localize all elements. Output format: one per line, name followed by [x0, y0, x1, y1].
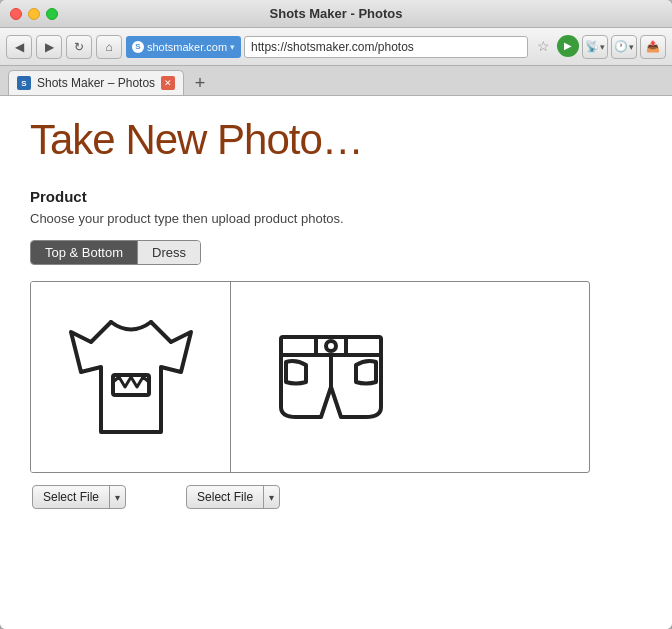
shirt-file-select-label: Select File [33, 486, 110, 508]
clock-icon: 🕐 [614, 40, 628, 53]
nav-right-buttons: ☆ ▶ 📡 ▾ 🕐 ▾ 📤 [532, 35, 666, 59]
forward-button[interactable]: ▶ [36, 35, 62, 59]
rss-dropdown-icon: ▾ [600, 42, 605, 52]
tab-label: Shots Maker – Photos [37, 76, 155, 90]
refresh-button[interactable]: ↻ [66, 35, 92, 59]
maximize-window-button[interactable] [46, 8, 58, 20]
go-button[interactable]: ▶ [557, 35, 579, 57]
clock-button[interactable]: 🕐 ▾ [611, 35, 637, 59]
minimize-window-button[interactable] [28, 8, 40, 20]
shorts-icon [261, 307, 401, 447]
new-tab-button[interactable]: + [188, 71, 212, 95]
site-favicon: S [132, 41, 144, 53]
rss-icon: 📡 [585, 40, 599, 53]
clock-dropdown-icon: ▾ [629, 42, 634, 52]
shirt-file-select-arrow-icon: ▾ [110, 486, 125, 508]
nav-bar: ◀ ▶ ↻ ⌂ S shotsmaker.com ▾ ☆ ▶ 📡 ▾ 🕐 ▾ [0, 28, 672, 66]
shorts-photo-box [231, 282, 431, 472]
shirt-photo-box [31, 282, 231, 472]
photo-upload-area [30, 281, 590, 473]
section-desc: Choose your product type then upload pro… [30, 211, 590, 226]
product-type-tabs: Top & Bottom Dress [30, 240, 201, 265]
tab-top-bottom[interactable]: Top & Bottom [31, 241, 138, 264]
share-button[interactable]: 📤 [640, 35, 666, 59]
tab-favicon: S [17, 76, 31, 90]
traffic-lights [10, 8, 58, 20]
page-heading: Take New Photo… [30, 116, 642, 164]
tab-close-button[interactable]: ✕ [161, 76, 175, 90]
site-badge-label: shotsmaker.com [147, 41, 227, 53]
file-select-row: Select File ▾ Select File ▾ [32, 485, 590, 509]
shorts-file-select-arrow-icon: ▾ [264, 486, 279, 508]
address-bar-group: S shotsmaker.com ▾ [126, 36, 528, 58]
tab-close-icon: ✕ [164, 78, 172, 88]
site-badge-dropdown-icon: ▾ [230, 42, 235, 52]
window-title: Shots Maker - Photos [270, 6, 403, 21]
rss-button[interactable]: 📡 ▾ [582, 35, 608, 59]
share-icon: 📤 [646, 40, 660, 53]
browser-window: Shots Maker - Photos ◀ ▶ ↻ ⌂ S shotsmake… [0, 0, 672, 629]
product-section: Product Choose your product type then up… [30, 188, 590, 509]
close-window-button[interactable] [10, 8, 22, 20]
tab-favicon-label: S [21, 79, 26, 88]
address-input[interactable] [244, 36, 528, 58]
title-bar: Shots Maker - Photos [0, 0, 672, 28]
shirt-icon [61, 307, 201, 447]
svg-point-4 [326, 341, 336, 351]
active-tab[interactable]: S Shots Maker – Photos ✕ [8, 70, 184, 95]
bookmark-button[interactable]: ☆ [532, 35, 554, 57]
page-content: Take New Photo… Product Choose your prod… [0, 96, 672, 629]
tab-dress[interactable]: Dress [138, 241, 200, 264]
back-button[interactable]: ◀ [6, 35, 32, 59]
site-badge[interactable]: S shotsmaker.com ▾ [126, 36, 241, 58]
home-button[interactable]: ⌂ [96, 35, 122, 59]
shirt-file-select-button[interactable]: Select File ▾ [32, 485, 126, 509]
section-title: Product [30, 188, 590, 205]
shorts-file-select-button[interactable]: Select File ▾ [186, 485, 280, 509]
tab-bar: S Shots Maker – Photos ✕ + [0, 66, 672, 96]
shorts-file-select-label: Select File [187, 486, 264, 508]
